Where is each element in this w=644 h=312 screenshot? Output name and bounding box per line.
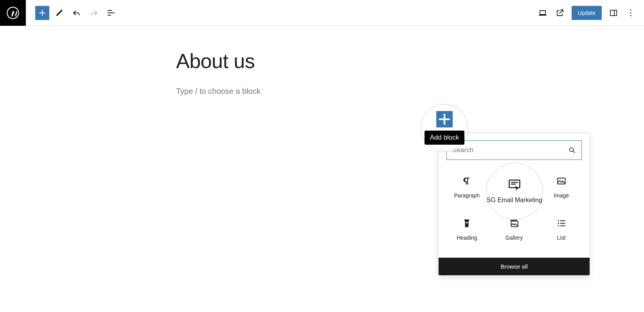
edit-tool-button[interactable] bbox=[52, 6, 67, 20]
plus-icon bbox=[38, 8, 47, 18]
list-icon bbox=[556, 218, 567, 230]
add-block-callout: Add block bbox=[421, 104, 468, 152]
search-icon bbox=[568, 146, 576, 154]
form-cursor-icon bbox=[507, 178, 522, 192]
image-icon bbox=[556, 176, 567, 188]
add-block-tooltip: Add block bbox=[425, 131, 465, 145]
block-item-image[interactable]: Image bbox=[538, 168, 585, 207]
add-block-button[interactable] bbox=[436, 111, 453, 127]
svg-line-7 bbox=[573, 151, 575, 153]
toolbar-left bbox=[0, 0, 118, 26]
inserter-search-input[interactable] bbox=[452, 146, 568, 154]
block-item-label: List bbox=[557, 235, 566, 241]
block-inserter-button[interactable] bbox=[35, 6, 49, 20]
kebab-icon bbox=[626, 8, 635, 18]
inserter-search-box[interactable] bbox=[446, 140, 582, 160]
block-item-label: Image bbox=[554, 192, 569, 199]
svg-point-5 bbox=[630, 15, 631, 16]
undo-icon bbox=[72, 8, 81, 18]
sg-email-marketing-label: SG Email Marketing bbox=[487, 196, 542, 204]
svg-point-15 bbox=[558, 222, 559, 224]
sidebar-icon bbox=[609, 8, 618, 18]
editor-canvas: About us Type / to choose a block bbox=[168, 49, 442, 96]
preview-desktop-button[interactable] bbox=[536, 6, 550, 20]
view-page-button[interactable] bbox=[553, 6, 567, 20]
update-button[interactable]: Update bbox=[572, 6, 602, 20]
svg-point-4 bbox=[630, 12, 631, 13]
svg-point-3 bbox=[630, 9, 631, 11]
browse-all-button[interactable]: Browse all bbox=[439, 258, 590, 275]
redo-button[interactable] bbox=[87, 6, 101, 20]
outline-icon bbox=[106, 8, 116, 18]
external-link-icon bbox=[555, 8, 565, 18]
svg-rect-12 bbox=[466, 222, 468, 223]
block-placeholder[interactable]: Type / to choose a block bbox=[176, 87, 434, 96]
page-title[interactable]: About us bbox=[176, 49, 434, 73]
block-item-label: Gallery bbox=[505, 235, 523, 241]
heading-icon bbox=[462, 218, 472, 230]
svg-point-14 bbox=[558, 220, 559, 221]
paragraph-icon bbox=[462, 176, 472, 188]
laptop-icon bbox=[538, 8, 547, 18]
block-item-list[interactable]: List bbox=[538, 210, 585, 249]
block-item-label: Paragraph bbox=[454, 192, 480, 199]
toolbar-right: Update bbox=[534, 6, 644, 20]
options-button[interactable] bbox=[624, 6, 638, 20]
block-item-heading[interactable]: Heading bbox=[443, 210, 491, 249]
svg-rect-1 bbox=[610, 10, 617, 16]
wordpress-icon bbox=[7, 7, 19, 19]
settings-sidebar-button[interactable] bbox=[606, 6, 621, 20]
undo-button[interactable] bbox=[70, 6, 84, 20]
document-overview-button[interactable] bbox=[104, 6, 118, 20]
svg-point-16 bbox=[558, 225, 559, 226]
redo-icon bbox=[89, 8, 99, 18]
plus-icon bbox=[436, 111, 453, 127]
block-item-label: Heading bbox=[457, 235, 477, 241]
editor-toolbar: Update bbox=[0, 0, 644, 26]
svg-rect-11 bbox=[558, 178, 565, 184]
block-item-paragraph[interactable]: Paragraph bbox=[443, 168, 491, 207]
sg-email-marketing-callout: SG Email Marketing bbox=[486, 163, 543, 220]
pencil-icon bbox=[55, 8, 64, 18]
gallery-icon bbox=[509, 218, 519, 230]
wordpress-logo[interactable] bbox=[0, 0, 26, 26]
